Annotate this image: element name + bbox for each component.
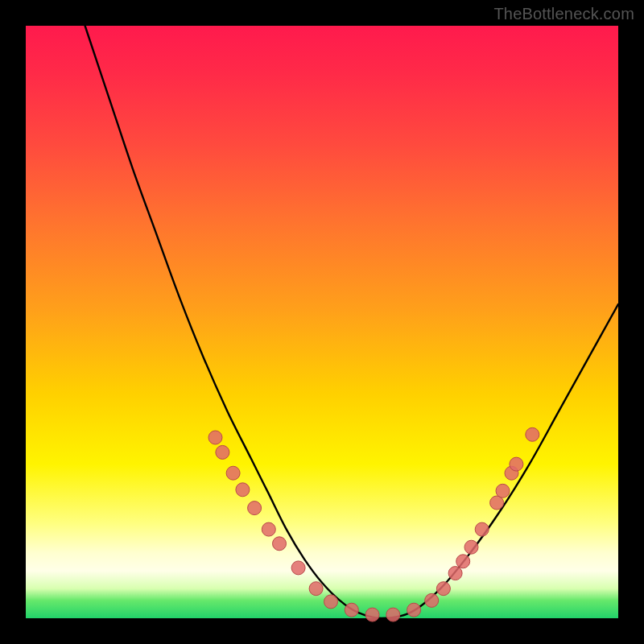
data-marker [324, 595, 338, 609]
data-marker [262, 522, 275, 536]
data-marker [456, 555, 470, 568]
data-marker [510, 457, 523, 471]
data-marker [236, 483, 250, 497]
data-marker [425, 593, 439, 607]
data-marker [448, 567, 462, 580]
data-marker [291, 561, 305, 575]
bottleneck-curve [85, 26, 618, 618]
data-marker [407, 603, 421, 617]
plot-area [26, 26, 618, 618]
data-marker [464, 540, 478, 554]
data-marker [273, 537, 287, 551]
data-marker [365, 608, 379, 621]
data-marker [248, 502, 262, 515]
data-marker [309, 582, 323, 596]
data-marker [436, 582, 450, 596]
chart-frame: TheBottleneck.com [0, 0, 644, 644]
watermark-text: TheBottleneck.com [493, 5, 634, 23]
data-marker [386, 608, 400, 621]
data-marker [208, 431, 222, 444]
curve-layer [26, 26, 618, 618]
scatter-markers [208, 427, 539, 621]
data-marker [216, 445, 229, 459]
data-marker [226, 466, 240, 480]
data-marker [475, 522, 489, 536]
data-marker [496, 484, 510, 497]
data-marker [345, 603, 358, 617]
data-marker [526, 427, 539, 441]
